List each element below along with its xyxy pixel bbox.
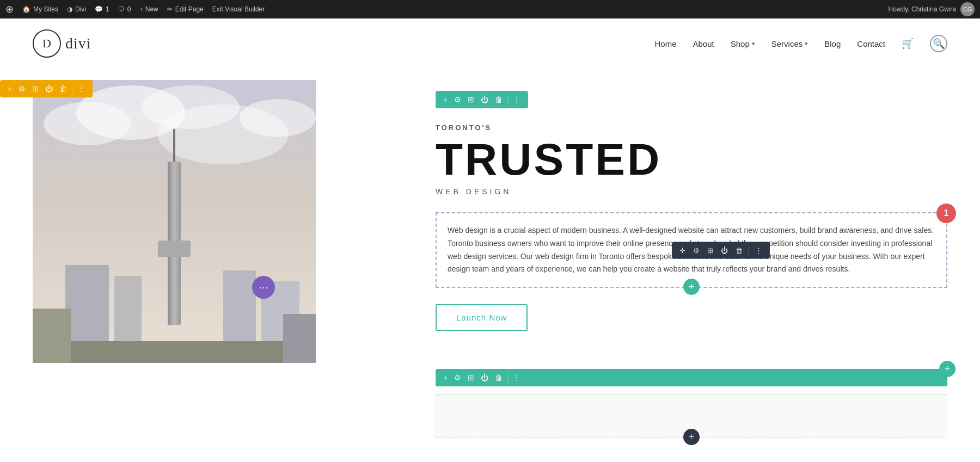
module-add-button[interactable]: + <box>441 94 450 105</box>
search-icon[interactable]: 🔍 <box>930 35 947 52</box>
svg-rect-14 <box>33 341 316 363</box>
nav-blog[interactable]: Blog <box>824 39 841 48</box>
sites-icon: 🏠 <box>22 5 30 13</box>
elem-more-button[interactable]: ⋮ <box>753 245 764 255</box>
comments-menu[interactable]: 💬 1 <box>95 5 109 13</box>
section-delete-button[interactable]: 🗑 <box>57 83 69 94</box>
web-design-subheading: WEB DESIGN <box>436 187 947 196</box>
elem-delete-button[interactable]: 🗑 <box>733 245 745 255</box>
bottom-columns-button[interactable]: ⊞ <box>465 372 476 383</box>
svg-point-4 <box>240 99 316 137</box>
edit-page-menu[interactable]: ✏ Edit Page <box>167 5 204 13</box>
admin-bar: ⊕ 🏠 My Sites ◑ Divi 💬 1 🗨 0 + New ✏ Edit… <box>0 0 980 19</box>
module-toolbar-sep: | <box>507 95 509 104</box>
bottom-delete-button[interactable]: 🗑 <box>493 372 505 383</box>
text-module: 1 Web design is a crucial aspect of mode… <box>436 212 947 288</box>
section-columns-button[interactable]: ⊞ <box>30 83 41 94</box>
cart-icon[interactable]: 🛒 <box>902 38 914 50</box>
section-add-button[interactable]: + <box>5 83 14 94</box>
left-column <box>0 80 414 448</box>
svg-rect-9 <box>173 129 175 162</box>
howdy-text: Howdy, Christina Gwira <box>889 5 956 13</box>
bottom-sep: | <box>507 373 509 383</box>
divi-icon: ◑ <box>67 5 72 13</box>
text-module-add-below[interactable]: + <box>683 279 700 295</box>
avatar: CG <box>960 2 975 16</box>
site-header: D divi Home About Shop ▾ Services ▾ Blog… <box>0 19 980 69</box>
services-dropdown-icon: ▾ <box>805 40 808 47</box>
elem-settings-button[interactable]: ⚙ <box>691 245 702 255</box>
nav-about[interactable]: About <box>693 39 714 48</box>
comment-zero-icon: 🗨 <box>118 5 125 13</box>
bottom-section-toolbar: + ⚙ ⊞ ⏻ 🗑 | ⋮ + <box>436 369 947 386</box>
badge-number: 1 <box>936 204 956 223</box>
section-toolbar-orange: + ⚙ ⊞ ⏻ 🗑 | ⋮ <box>0 80 93 97</box>
nav-services[interactable]: Services ▾ <box>771 39 808 48</box>
section-more-button[interactable]: ⋮ <box>75 83 87 94</box>
logo-text: divi <box>65 35 91 52</box>
svg-rect-15 <box>33 309 71 363</box>
divi-menu[interactable]: ◑ Divi <box>67 5 86 13</box>
elem-columns-button[interactable]: ⊞ <box>705 245 715 255</box>
svg-rect-16 <box>283 314 316 363</box>
module-columns-button[interactable]: ⊞ <box>465 94 476 105</box>
edit-icon: ✏ <box>167 5 173 13</box>
comment-icon: 💬 <box>95 5 103 13</box>
nav-contact[interactable]: Contact <box>857 39 885 48</box>
exit-builder-label: Exit Visual Builder <box>212 5 265 13</box>
bottom-settings-button[interactable]: ⚙ <box>452 372 463 383</box>
module-power-button[interactable]: ⏻ <box>479 94 491 105</box>
cn-tower-svg <box>33 80 316 363</box>
wordpress-icon: ⊕ <box>5 3 14 15</box>
bottom-add-button[interactable]: + <box>441 372 450 383</box>
edit-page-label: Edit Page <box>175 5 204 13</box>
elem-sep: | <box>748 245 750 255</box>
page-content: + ⚙ ⊞ ⏻ 🗑 | ⋮ <box>0 69 980 448</box>
nav-shop[interactable]: Shop ▾ <box>731 39 755 48</box>
svg-rect-8 <box>158 241 191 257</box>
module-toolbar-teal: + ⚙ ⊞ ⏻ 🗑 | ⋮ <box>436 91 528 108</box>
site-nav: Home About Shop ▾ Services ▾ Blog Contac… <box>654 35 947 52</box>
toronto-label: TORONTO'S <box>436 124 947 132</box>
admin-bar-right: Howdy, Christina Gwira CG <box>889 2 975 16</box>
bottom-more-button[interactable]: ⋮ <box>511 372 523 383</box>
comments-zero-count: 0 <box>127 5 131 13</box>
elem-power-button[interactable]: ⏻ <box>719 245 730 255</box>
comments-count: 1 <box>106 5 109 13</box>
nav-home[interactable]: Home <box>654 39 676 48</box>
city-image <box>33 80 316 363</box>
between-sections-add[interactable]: + <box>939 361 955 377</box>
element-toolbar-dark: ✛ ⚙ ⊞ ⏻ 🗑 | ⋮ <box>672 242 770 258</box>
trusted-heading: TRUSTED <box>436 137 947 182</box>
grid-inner-add[interactable]: + <box>683 429 700 445</box>
module-more-button[interactable]: ⋮ <box>511 94 523 105</box>
section-settings-button[interactable]: ⚙ <box>16 83 28 94</box>
elem-move-button[interactable]: ✛ <box>677 245 688 255</box>
new-menu[interactable]: + New <box>139 5 158 13</box>
my-sites-label: My Sites <box>33 5 58 13</box>
new-label: + New <box>139 5 158 13</box>
module-settings-button[interactable]: ⚙ <box>452 94 463 105</box>
module-delete-button[interactable]: 🗑 <box>493 94 505 105</box>
launch-now-button[interactable]: Launch Now <box>436 304 528 331</box>
shop-dropdown-icon: ▾ <box>752 40 755 47</box>
site-logo[interactable]: D divi <box>33 29 91 58</box>
right-column: + ⚙ ⊞ ⏻ 🗑 | ⋮ TORONTO'S TRUSTED WEB DESI… <box>414 80 980 448</box>
wp-icon[interactable]: ⊕ <box>5 3 14 15</box>
toolbar-separator: | <box>71 84 73 94</box>
divi-label: Divi <box>75 5 86 13</box>
logo-circle-icon: D <box>33 29 61 58</box>
my-sites-menu[interactable]: 🏠 My Sites <box>22 5 58 13</box>
main-section: + ⚙ ⊞ ⏻ 🗑 | ⋮ TORONTO'S TRUSTED WEB DESI… <box>0 69 980 448</box>
grid-module: + <box>436 394 947 438</box>
bottom-power-button[interactable]: ⏻ <box>479 372 491 383</box>
logo-char: D <box>42 36 51 51</box>
exit-builder-menu[interactable]: Exit Visual Builder <box>212 5 265 13</box>
comments-zero[interactable]: 🗨 0 <box>118 5 131 13</box>
svg-point-5 <box>142 85 240 129</box>
section-power-button[interactable]: ⏻ <box>43 83 55 94</box>
